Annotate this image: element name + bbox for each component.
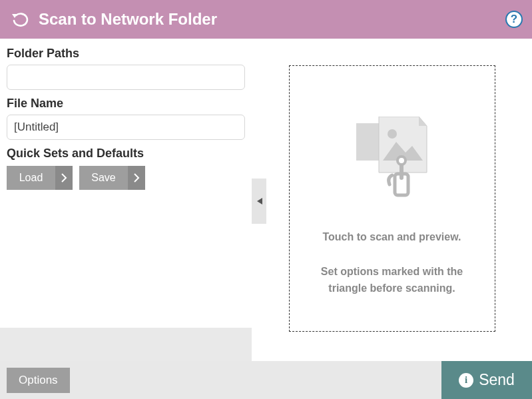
folder-paths-label: Folder Paths xyxy=(7,47,245,61)
settings-pane: Folder Paths File Name Quick Sets and De… xyxy=(0,39,252,361)
preview-line3: triangle before scanning. xyxy=(321,280,463,297)
info-icon: i xyxy=(459,373,473,388)
folder-paths-input[interactable] xyxy=(7,65,245,90)
left-pane-footer-gap xyxy=(0,328,252,361)
file-name-label: File Name xyxy=(7,97,245,111)
footer-bar: Options i Send xyxy=(0,361,532,399)
quick-sets-row: Load Save xyxy=(7,166,245,190)
options-button[interactable]: Options xyxy=(7,368,70,393)
preview-instructions: Touch to scan and preview. Set options m… xyxy=(321,228,463,297)
svg-point-1 xyxy=(388,129,397,139)
preview-touch-area[interactable]: Touch to scan and preview. Set options m… xyxy=(289,65,495,332)
file-name-input[interactable] xyxy=(7,115,245,140)
send-button-label: Send xyxy=(479,371,515,389)
preview-line1: Touch to scan and preview. xyxy=(321,228,463,246)
chevron-right-icon xyxy=(55,166,73,190)
preview-pane: Touch to scan and preview. Set options m… xyxy=(252,39,532,361)
load-button-label: Load xyxy=(7,166,55,190)
image-touch-icon xyxy=(355,117,429,203)
left-pane-fill xyxy=(0,197,252,328)
app-header: Scan to Network Folder ? xyxy=(0,0,532,39)
save-button[interactable]: Save xyxy=(79,166,145,190)
send-button[interactable]: i Send xyxy=(441,361,532,399)
collapse-handle[interactable] xyxy=(252,179,266,224)
form-area: Folder Paths File Name Quick Sets and De… xyxy=(0,39,252,197)
main-area: Folder Paths File Name Quick Sets and De… xyxy=(0,39,532,361)
arrow-left-icon xyxy=(255,197,263,206)
quick-sets-label: Quick Sets and Defaults xyxy=(7,147,245,161)
svg-point-3 xyxy=(398,157,405,165)
load-button[interactable]: Load xyxy=(7,166,73,190)
page-title: Scan to Network Folder xyxy=(39,10,505,29)
chevron-right-icon xyxy=(128,166,145,190)
preview-line2: Set options marked with the xyxy=(321,263,463,280)
help-icon[interactable]: ? xyxy=(505,11,523,28)
save-button-label: Save xyxy=(79,166,128,190)
back-icon[interactable] xyxy=(9,9,29,29)
